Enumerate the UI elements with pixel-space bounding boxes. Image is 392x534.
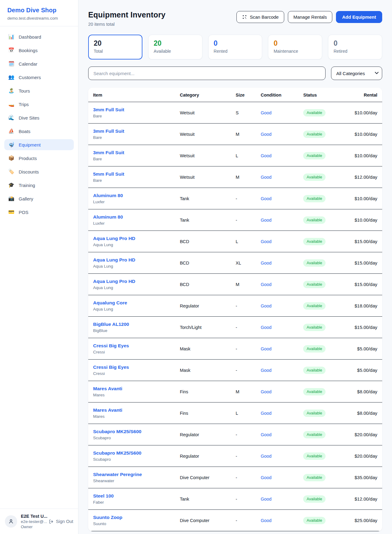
item-name-link[interactable]: Mares Avanti — [93, 386, 170, 391]
status-badge: Available — [303, 474, 326, 481]
item-name-link[interactable]: 3mm Full Suit — [93, 150, 170, 155]
sidebar-item-tours[interactable]: 🏝️ Tours — [4, 85, 74, 96]
sidebar-item-equipment[interactable]: 🤿 Equipment — [4, 139, 74, 150]
sidebar-item-dashboard[interactable]: 📊 Dashboard — [4, 31, 74, 42]
item-category: Wetsuit — [175, 166, 231, 188]
item-size: L — [231, 231, 256, 252]
item-name-link[interactable]: Aluminum 80 — [93, 193, 170, 198]
sidebar-item-products[interactable]: 📦 Products — [4, 153, 74, 164]
condition-link[interactable]: Good — [261, 261, 271, 265]
stat-card-retired[interactable]: 0 Retired — [328, 35, 382, 59]
tours-icon: 🏝️ — [8, 88, 15, 94]
item-category: BCD — [175, 231, 231, 252]
item-name-link[interactable]: BigBlue AL1200 — [93, 322, 170, 327]
condition-link[interactable]: Good — [261, 475, 271, 480]
manage-rentals-button[interactable]: Manage Rentals — [288, 11, 332, 23]
sidebar-item-discounts[interactable]: 🏷️ Discounts — [4, 166, 74, 177]
stats-row: 20 Total 20 Available 0 Rented 0 Mainten… — [88, 35, 382, 59]
status-badge: Available — [303, 216, 326, 224]
item-name-link[interactable]: 3mm Full Suit — [93, 128, 170, 134]
category-select-wrap: All Categories — [331, 67, 382, 80]
sign-out-label: Sign Out — [56, 519, 73, 524]
condition-link[interactable]: Good — [261, 132, 271, 137]
stat-value: 0 — [334, 39, 377, 47]
item-name-link[interactable]: Scubapro MK25/S600 — [93, 429, 170, 434]
item-name-link[interactable]: Cressi Big Eyes — [93, 364, 170, 370]
sidebar-item-customers[interactable]: 👥 Customers — [4, 72, 74, 83]
item-brand: Bare — [93, 114, 170, 118]
condition-link[interactable]: Good — [261, 411, 271, 416]
item-name-link[interactable]: Aluminum 80 — [93, 214, 170, 220]
item-name-link[interactable]: Aqua Lung Pro HD — [93, 257, 170, 263]
sign-out-button[interactable]: Sign Out — [49, 519, 73, 524]
condition-link[interactable]: Good — [261, 303, 271, 308]
column-header-size: Size — [231, 88, 256, 102]
table-row: Aqua Lung Pro HD Aqua Lung BCD XL Good A… — [88, 252, 382, 274]
sidebar-item-calendar[interactable]: 🗓️ Calendar — [4, 58, 74, 69]
condition-link[interactable]: Good — [261, 389, 271, 394]
item-name-link[interactable]: Mares Avanti — [93, 407, 170, 413]
sidebar-item-dive-sites[interactable]: 🌊 Dive Sites — [4, 112, 74, 123]
item-brand: Bare — [93, 178, 170, 183]
stat-card-rented[interactable]: 0 Rented — [208, 35, 262, 59]
condition-link[interactable]: Good — [261, 196, 271, 201]
stat-card-maintenance[interactable]: 0 Maintenance — [268, 35, 322, 59]
page-title: Equipment Inventory — [88, 10, 165, 19]
item-brand: Suunto — [93, 521, 170, 526]
condition-link[interactable]: Good — [261, 282, 271, 287]
item-name-link[interactable]: 3mm Full Suit — [93, 107, 170, 113]
condition-link[interactable]: Good — [261, 432, 271, 437]
condition-link[interactable]: Good — [261, 518, 271, 523]
table-row: Aluminum 80 Luxfer Tank - Good Available… — [88, 209, 382, 231]
rental-price: $12.00/day — [344, 166, 382, 188]
status-badge: Available — [303, 302, 326, 310]
sidebar-item-label: Dashboard — [19, 34, 41, 40]
item-category: Wetsuit — [175, 102, 231, 124]
table-row: Shearwater Peregrine Shearwater Dive Com… — [88, 467, 382, 488]
item-name-link[interactable]: Aqualung Core — [93, 300, 170, 306]
sidebar-item-pos[interactable]: 💳 POS — [4, 207, 74, 218]
condition-link[interactable]: Good — [261, 454, 271, 459]
item-name-link[interactable]: Shearwater Peregrine — [93, 472, 170, 477]
item-name-link[interactable]: Steel 100 — [93, 493, 170, 499]
item-name-link[interactable]: Suunto Zoop — [93, 515, 170, 520]
sidebar-item-boats[interactable]: ⛵ Boats — [4, 126, 74, 137]
sidebar-item-gallery[interactable]: 📸 Gallery — [4, 193, 74, 204]
rental-price: $8.00/day — [344, 402, 382, 424]
rental-price: $10.00/day — [344, 124, 382, 145]
condition-link[interactable]: Good — [261, 175, 271, 180]
table-row: Mares Avanti Mares Fins L Good Available… — [88, 402, 382, 424]
add-equipment-button[interactable]: Add Equipment — [336, 11, 382, 23]
item-brand: Aqua Lung — [93, 264, 170, 269]
condition-link[interactable]: Good — [261, 218, 271, 223]
filter-bar: All Categories — [88, 67, 382, 80]
item-size: - — [231, 424, 256, 445]
condition-link[interactable]: Good — [261, 110, 271, 115]
condition-link[interactable]: Good — [261, 346, 271, 351]
item-category: Regulator — [175, 295, 231, 317]
item-brand: Luxfer — [93, 221, 170, 226]
status-badge: Available — [303, 367, 326, 374]
search-input[interactable] — [88, 67, 326, 80]
scan-barcode-button[interactable]: Scan Barcode — [236, 11, 284, 23]
status-badge: Available — [303, 410, 326, 417]
condition-link[interactable]: Good — [261, 239, 271, 244]
item-name-link[interactable]: Aqua Lung Pro HD — [93, 279, 170, 284]
condition-link[interactable]: Good — [261, 325, 271, 330]
rental-price: $10.00/day — [344, 188, 382, 209]
item-name-link[interactable]: Aqua Lung Pro HD — [93, 236, 170, 241]
item-name-link[interactable]: Scubapro MK25/S600 — [93, 450, 170, 456]
stat-card-total[interactable]: 20 Total — [88, 35, 142, 59]
category-filter-select[interactable]: All Categories — [331, 67, 382, 80]
sidebar-item-label: POS — [19, 210, 28, 215]
condition-link[interactable]: Good — [261, 153, 271, 158]
sidebar-item-training[interactable]: 🎓 Training — [4, 180, 74, 191]
condition-link[interactable]: Good — [261, 497, 271, 502]
item-name-link[interactable]: 5mm Full Suit — [93, 171, 170, 177]
stat-card-available[interactable]: 20 Available — [148, 35, 202, 59]
sidebar-item-trips[interactable]: 🚤 Trips — [4, 99, 74, 110]
item-name-link[interactable]: Cressi Big Eyes — [93, 343, 170, 349]
sidebar-item-bookings[interactable]: 📅 Bookings — [4, 45, 74, 56]
column-header-rental: Rental — [344, 88, 382, 102]
condition-link[interactable]: Good — [261, 368, 271, 373]
